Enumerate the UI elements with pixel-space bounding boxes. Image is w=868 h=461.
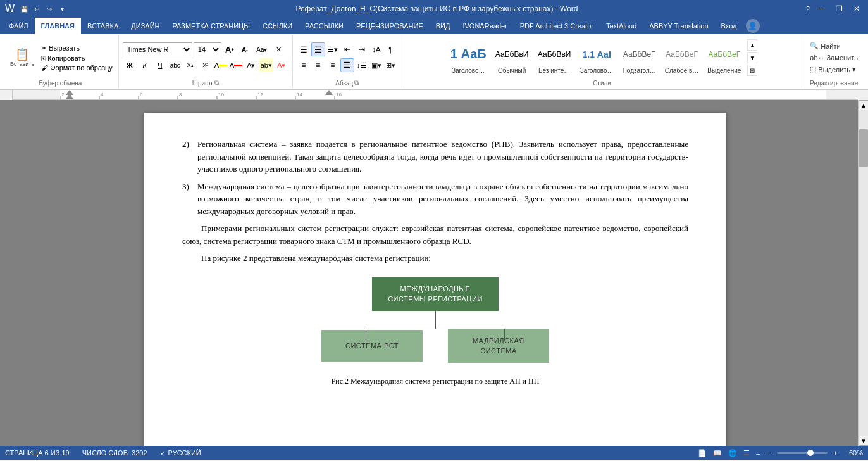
format-painter-icon: 🖌 (41, 64, 48, 72)
font-expand-icon[interactable]: ⧉ (214, 79, 219, 87)
style-subtitle[interactable]: АаБбВеГ Подзагол… (619, 41, 660, 75)
sort-btn[interactable]: ↕A (369, 42, 383, 56)
highlight-color-btn[interactable]: ab▾ (259, 58, 273, 72)
close-btn[interactable]: ✕ (850, 3, 863, 15)
undo-btn[interactable]: ↩ (31, 3, 42, 15)
zoom-in-btn[interactable]: + (834, 449, 838, 457)
user-avatar[interactable]: 👤 (746, 19, 760, 33)
scroll-down-btn[interactable]: ▼ (859, 436, 868, 446)
decrease-font-btn[interactable]: A- (238, 42, 252, 56)
view-outline-btn[interactable]: ≡ (756, 449, 760, 457)
select-button[interactable]: ⬚ Выделить ▾ (806, 64, 862, 75)
language-indicator[interactable]: ✓ РУССКИЙ (160, 449, 201, 457)
align-left-btn[interactable]: ≡ (297, 58, 311, 72)
styles-scroll-down[interactable]: ▼ (747, 52, 757, 63)
replace-button[interactable]: ab↔ Заменить (806, 53, 862, 63)
paragraph-examples: Примерами региональных систем регистраци… (182, 222, 688, 247)
show-marks-btn[interactable]: ¶ (384, 42, 398, 56)
tab-pagelayout[interactable]: РАЗМЕТКА СТРАНИЦЫ (166, 18, 256, 34)
tab-home[interactable]: ГЛАВНАЯ (35, 18, 81, 34)
style-heading2[interactable]: 1.1 АаI Заголово… (576, 41, 617, 75)
numbering-btn[interactable]: ☰ (311, 42, 325, 56)
qat-dropdown[interactable]: ▾ (56, 3, 68, 15)
paragraph-expand-icon[interactable]: ⧉ (354, 79, 359, 87)
copy-button[interactable]: ⎘ Копировать (39, 54, 115, 63)
align-justify-btn[interactable]: ☰ (340, 58, 354, 72)
decrease-indent-btn[interactable]: ⇤ (340, 42, 354, 56)
view-print-btn[interactable]: 📄 (698, 449, 707, 457)
list-item-3-num: 3) (182, 180, 195, 218)
paste-button[interactable]: 📋 Вставить (6, 47, 38, 68)
document-scroll-area[interactable]: 2) Региональная система – заявка подаетс… (13, 100, 858, 446)
style-normal-label: Обычный (498, 67, 526, 74)
tab-design[interactable]: ДИЗАЙН (125, 18, 166, 34)
zoom-level[interactable]: 60% (844, 449, 863, 457)
underline-btn[interactable]: Ч (153, 58, 167, 72)
list-item-3: 3) Международная система – целесообразна… (182, 180, 688, 218)
tab-insert[interactable]: ВСТАВКА (81, 18, 125, 34)
align-center-btn[interactable]: ≡ (311, 58, 325, 72)
maximize-btn[interactable]: ❐ (833, 3, 845, 15)
save-btn[interactable]: 💾 (18, 3, 30, 15)
zoom-slider[interactable] (777, 452, 828, 454)
ruler-main[interactable]: 2 4 6 8 10 12 14 16 (60, 90, 826, 100)
clear-format-btn[interactable]: ✕ (272, 42, 286, 56)
font-color-btn[interactable]: A (229, 58, 243, 72)
shading-btn[interactable]: ▣▾ (369, 58, 383, 72)
bullets-btn[interactable]: ☰ (297, 42, 311, 56)
subscript-btn[interactable]: X₂ (183, 58, 197, 72)
style-subtle[interactable]: АаБбВеГ Слабое в… (661, 41, 703, 75)
zoom-thumb[interactable] (807, 450, 814, 456)
scroll-track[interactable] (859, 110, 868, 436)
borders-btn[interactable]: ⊞▾ (384, 58, 398, 72)
multilevel-list-btn[interactable]: ☰▾ (326, 42, 340, 56)
tab-abbyy[interactable]: ABBYY Translation (643, 18, 714, 34)
line-spacing-btn[interactable]: ↕☰ (355, 58, 369, 72)
view-read-btn[interactable]: 📖 (713, 449, 722, 457)
scroll-up-btn[interactable]: ▲ (859, 100, 868, 110)
highlight-btn[interactable]: A (214, 58, 228, 72)
scroll-thumb[interactable] (859, 129, 868, 167)
tab-textaloud[interactable]: TextAloud (600, 18, 643, 34)
style-heading1[interactable]: 1 АаБ Заголово… (447, 41, 490, 75)
tab-file[interactable]: ФАЙЛ (3, 18, 35, 34)
strikethrough-btn[interactable]: abc (168, 58, 182, 72)
font-size-select[interactable]: 14 (194, 42, 221, 56)
format-label: Формат по образцу (50, 64, 113, 72)
redo-btn[interactable]: ↪ (44, 3, 55, 15)
styles-scroll-up[interactable]: ▲ (747, 39, 757, 51)
zoom-out-btn[interactable]: − (766, 449, 770, 457)
increase-indent-btn[interactable]: ⇥ (355, 42, 369, 56)
word-count[interactable]: ЧИСЛО СЛОВ: 3202 (82, 449, 147, 457)
view-web-btn[interactable]: 🌐 (728, 449, 737, 457)
format-painter-button[interactable]: 🖌 Формат по образцу (39, 63, 115, 72)
view-draft-btn[interactable]: ☰ (743, 449, 750, 457)
tab-pdf[interactable]: PDF Architect 3 Creator (514, 18, 600, 34)
styles-expand-btn[interactable]: ⊟ (747, 65, 757, 76)
find-button[interactable]: 🔍 Найти (806, 41, 862, 51)
text-effect-btn[interactable]: A▾ (244, 58, 258, 72)
help-icon[interactable]: ? (806, 5, 810, 13)
superscript-btn[interactable]: X² (199, 58, 213, 72)
style-normal-preview: АаБбВвИ (495, 42, 529, 67)
tab-login[interactable]: Вход (715, 18, 743, 34)
style-emphasis[interactable]: АаБбВеГ Выделение (704, 41, 745, 75)
tab-review[interactable]: РЕЦЕНЗИРОВАНИЕ (350, 18, 430, 34)
increase-font-btn[interactable]: A+ (223, 42, 237, 56)
minimize-btn[interactable]: ─ (815, 3, 828, 15)
right-indent-marker[interactable] (325, 90, 333, 95)
tab-mailings[interactable]: РАССЫЛКИ (299, 18, 350, 34)
case-btn[interactable]: Аа▾ (253, 42, 271, 56)
italic-btn[interactable]: К (138, 58, 152, 72)
cut-button[interactable]: ✂ Вырезать (39, 44, 115, 53)
style-normal[interactable]: АаБбВвИ Обычный (492, 41, 533, 75)
font-color-dropdown[interactable]: A▾ (275, 58, 288, 72)
tab-references[interactable]: ССЫЛКИ (256, 18, 299, 34)
tab-view[interactable]: ВИД (430, 18, 457, 34)
page-info[interactable]: СТРАНИЦА 6 ИЗ 19 (5, 449, 70, 457)
font-family-select[interactable]: Times New R (123, 42, 192, 56)
align-right-btn[interactable]: ≡ (326, 58, 340, 72)
style-nospacing[interactable]: АаБбВвИ Без инте… (534, 41, 575, 75)
bold-btn[interactable]: Ж (123, 58, 137, 72)
tab-ivona[interactable]: IVONAReader (456, 18, 513, 34)
